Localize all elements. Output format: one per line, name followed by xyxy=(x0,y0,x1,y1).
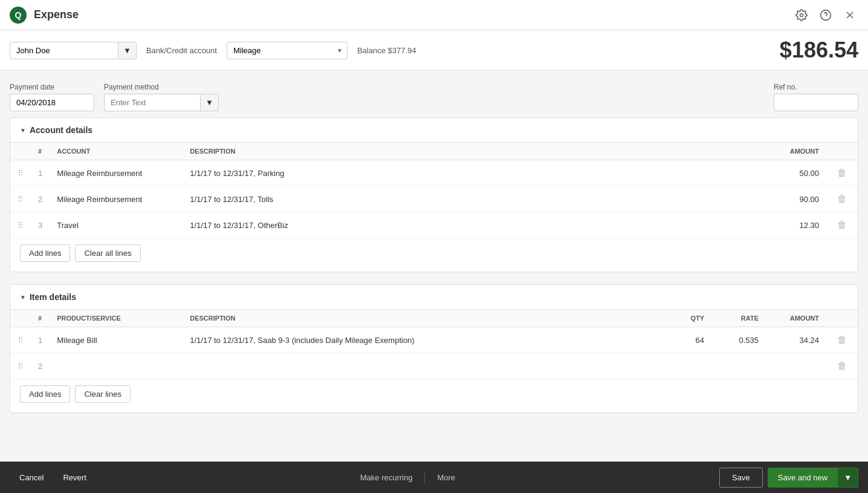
delete-row-button[interactable]: 🗑 xyxy=(834,333,850,347)
top-header: Q Expense xyxy=(0,0,868,30)
item-amount-col-header: AMOUNT xyxy=(766,310,826,327)
table-row: ⠿ 3 Travel 1/1/17 to 12/31/17, OtherBiz … xyxy=(10,212,858,238)
make-recurring-button[interactable]: Make recurring xyxy=(348,468,425,487)
drag-col-header xyxy=(10,143,31,160)
account-cell[interactable]: Mileage Reimbursement xyxy=(50,186,183,212)
amount-cell[interactable]: 34.24 xyxy=(766,327,826,353)
item-details-title: Item details xyxy=(30,292,76,302)
ref-no-field: Ref no. xyxy=(774,83,858,111)
close-icon[interactable] xyxy=(841,7,858,24)
delete-cell: 🗑 xyxy=(826,186,858,212)
bank-account-select[interactable]: Mileage xyxy=(227,42,348,59)
description-cell[interactable]: 1/1/17 to 12/31/17, Tolls xyxy=(183,186,754,212)
amount-cell[interactable] xyxy=(766,353,826,379)
description-cell[interactable]: 1/1/17 to 12/31/17, Parking xyxy=(183,160,754,186)
rate-cell[interactable] xyxy=(711,353,766,379)
description-cell[interactable]: 1/1/17 to 12/31/17, Saab 9-3 (includes D… xyxy=(183,327,663,353)
amount-cell[interactable]: 90.00 xyxy=(754,186,826,212)
save-and-new-dropdown-arrow[interactable]: ▼ xyxy=(838,468,858,488)
payment-date-label: Payment date xyxy=(10,83,94,91)
drag-handle[interactable]: ⠿ xyxy=(10,327,31,353)
payment-method-row: ▼ xyxy=(104,94,219,111)
delete-cell: 🗑 xyxy=(826,327,858,353)
settings-icon[interactable] xyxy=(793,7,810,24)
table-row: ⠿ 2 Mileage Reimbursement 1/1/17 to 12/3… xyxy=(10,186,858,212)
delete-cell: 🗑 xyxy=(826,160,858,186)
account-details-title: Account details xyxy=(30,125,92,135)
payee-selector[interactable]: John Doe ▼ xyxy=(10,42,137,59)
qty-cell[interactable]: 64 xyxy=(663,327,711,353)
amount-cell[interactable]: 50.00 xyxy=(754,160,826,186)
drag-handle[interactable]: ⠿ xyxy=(10,186,31,212)
revert-button[interactable]: Revert xyxy=(53,468,96,487)
payment-method-label: Payment method xyxy=(104,83,219,91)
footer-bar: Cancel Revert Make recurring More Save S… xyxy=(0,462,868,493)
item-num-col-header: # xyxy=(31,310,50,327)
payment-date-input[interactable] xyxy=(10,94,94,111)
footer-right: Save Save and new ▼ xyxy=(719,468,858,488)
product-service-cell[interactable] xyxy=(50,353,183,379)
delete-row-button[interactable]: 🗑 xyxy=(834,359,850,373)
payee-dropdown-arrow[interactable]: ▼ xyxy=(118,42,137,59)
item-drag-col-header xyxy=(10,310,31,327)
description-col-header: DESCRIPTION xyxy=(183,143,754,160)
item-product-col-header: PRODUCT/SERVICE xyxy=(50,310,183,327)
header-icons xyxy=(793,7,858,24)
account-table-header-row: # ACCOUNT DESCRIPTION AMOUNT xyxy=(10,143,858,160)
account-details-header[interactable]: ▼ Account details xyxy=(10,118,858,142)
save-and-new-button[interactable]: Save and new xyxy=(768,468,838,488)
item-description-col-header: DESCRIPTION xyxy=(183,310,663,327)
description-cell[interactable]: 1/1/17 to 12/31/17, OtherBiz xyxy=(183,212,754,238)
row-num: 2 xyxy=(31,186,50,212)
row-num: 3 xyxy=(31,212,50,238)
amount-cell[interactable]: 12.30 xyxy=(754,212,826,238)
item-details-table: # PRODUCT/SERVICE DESCRIPTION QTY RATE A… xyxy=(10,309,858,379)
table-row: ⠿ 1 Mileage Bill 1/1/17 to 12/31/17, Saa… xyxy=(10,327,858,353)
description-cell[interactable] xyxy=(183,353,663,379)
account-cell[interactable]: Travel xyxy=(50,212,183,238)
balance-label: Balance $377.94 xyxy=(357,46,416,55)
payment-method-dropdown[interactable]: ▼ xyxy=(201,94,219,111)
delete-row-button[interactable]: 🗑 xyxy=(834,192,850,206)
save-button[interactable]: Save xyxy=(719,468,763,488)
rate-cell[interactable]: 0.535 xyxy=(711,327,766,353)
delete-cell: 🗑 xyxy=(826,353,858,379)
table-row: ⠿ 1 Mileage Reimbursement 1/1/17 to 12/3… xyxy=(10,160,858,186)
payee-input[interactable]: John Doe xyxy=(10,42,118,59)
account-clear-all-lines-button[interactable]: Clear all lines xyxy=(75,244,140,262)
qty-cell[interactable] xyxy=(663,353,711,379)
item-details-header[interactable]: ▼ Item details xyxy=(10,285,858,309)
account-details-section: ▼ Account details # ACCOUNT DESCRIPTION … xyxy=(10,117,858,272)
action-col-header xyxy=(826,143,858,160)
more-button[interactable]: More xyxy=(425,468,467,487)
item-clear-lines-button[interactable]: Clear lines xyxy=(75,385,130,403)
ref-no-input[interactable] xyxy=(774,94,858,111)
item-table-actions: Add lines Clear lines xyxy=(10,379,858,413)
total-amount: $186.54 xyxy=(780,38,858,63)
bank-account-selector[interactable]: Mileage xyxy=(227,42,348,59)
account-cell[interactable]: Mileage Reimbursement xyxy=(50,160,183,186)
delete-row-button[interactable]: 🗑 xyxy=(834,218,850,232)
item-details-chevron: ▼ xyxy=(20,294,26,301)
footer-center: Make recurring More xyxy=(96,468,719,487)
payment-method-input[interactable] xyxy=(104,94,201,111)
drag-handle[interactable]: ⠿ xyxy=(10,212,31,238)
delete-row-button[interactable]: 🗑 xyxy=(834,166,850,180)
payee-row: John Doe ▼ Bank/Credit account Mileage B… xyxy=(0,30,868,71)
help-icon[interactable] xyxy=(817,7,834,24)
drag-handle[interactable]: ⠿ xyxy=(10,353,31,379)
cancel-button[interactable]: Cancel xyxy=(10,468,53,487)
drag-handle[interactable]: ⠿ xyxy=(10,160,31,186)
item-add-lines-button[interactable]: Add lines xyxy=(20,385,70,403)
row-num: 2 xyxy=(31,353,50,379)
account-add-lines-button[interactable]: Add lines xyxy=(20,244,70,262)
amount-col-header: AMOUNT xyxy=(754,143,826,160)
item-table-header-row: # PRODUCT/SERVICE DESCRIPTION QTY RATE A… xyxy=(10,310,858,327)
item-qty-col-header: QTY xyxy=(663,310,711,327)
bank-credit-label: Bank/Credit account xyxy=(146,46,217,55)
product-service-cell[interactable]: Mileage Bill xyxy=(50,327,183,353)
account-details-chevron: ▼ xyxy=(20,127,26,134)
main-content: ▼ Account details # ACCOUNT DESCRIPTION … xyxy=(0,117,868,493)
item-action-col-header xyxy=(826,310,858,327)
delete-cell: 🗑 xyxy=(826,212,858,238)
